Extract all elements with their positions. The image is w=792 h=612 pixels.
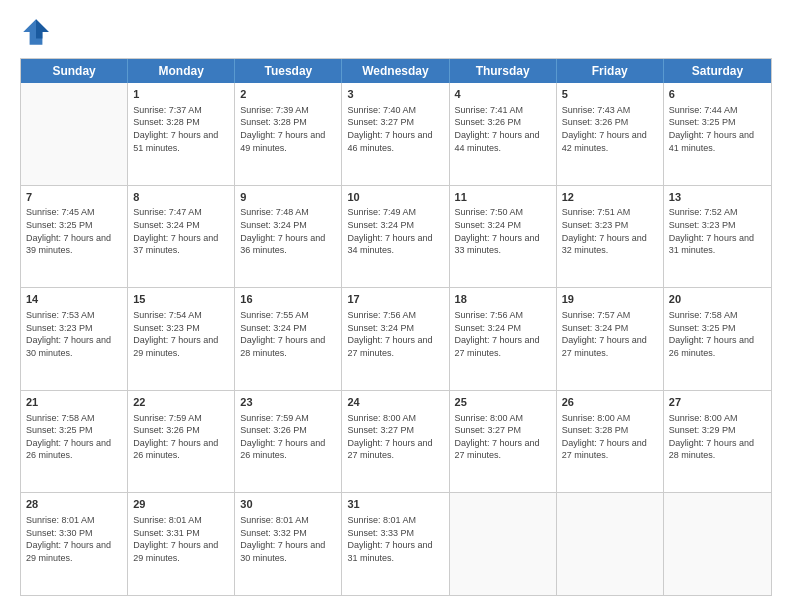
day-number: 13 <box>669 190 766 205</box>
cell-info: Sunrise: 7:49 AMSunset: 3:24 PMDaylight:… <box>347 206 443 256</box>
sunrise-text: Sunrise: 8:00 AM <box>347 413 416 423</box>
day-cell-7: 7Sunrise: 7:45 AMSunset: 3:25 PMDaylight… <box>21 186 128 288</box>
day-number: 18 <box>455 292 551 307</box>
sunrise-text: Sunrise: 7:58 AM <box>669 310 738 320</box>
empty-cell <box>664 493 771 595</box>
day-cell-2: 2Sunrise: 7:39 AMSunset: 3:28 PMDaylight… <box>235 83 342 185</box>
sunrise-text: Sunrise: 7:55 AM <box>240 310 309 320</box>
daylight-text: Daylight: 7 hours and 37 minutes. <box>133 233 218 256</box>
cell-info: Sunrise: 7:40 AMSunset: 3:27 PMDaylight:… <box>347 104 443 154</box>
day-cell-28: 28Sunrise: 8:01 AMSunset: 3:30 PMDayligh… <box>21 493 128 595</box>
day-cell-6: 6Sunrise: 7:44 AMSunset: 3:25 PMDaylight… <box>664 83 771 185</box>
day-cell-11: 11Sunrise: 7:50 AMSunset: 3:24 PMDayligh… <box>450 186 557 288</box>
day-number: 21 <box>26 395 122 410</box>
daylight-text: Daylight: 7 hours and 28 minutes. <box>669 438 754 461</box>
sunset-text: Sunset: 3:29 PM <box>669 425 736 435</box>
sunset-text: Sunset: 3:26 PM <box>133 425 200 435</box>
sunset-text: Sunset: 3:28 PM <box>240 117 307 127</box>
cell-info: Sunrise: 8:01 AMSunset: 3:30 PMDaylight:… <box>26 514 122 564</box>
day-cell-20: 20Sunrise: 7:58 AMSunset: 3:25 PMDayligh… <box>664 288 771 390</box>
cell-info: Sunrise: 7:43 AMSunset: 3:26 PMDaylight:… <box>562 104 658 154</box>
daylight-text: Daylight: 7 hours and 26 minutes. <box>240 438 325 461</box>
cell-info: Sunrise: 7:57 AMSunset: 3:24 PMDaylight:… <box>562 309 658 359</box>
sunrise-text: Sunrise: 7:59 AM <box>133 413 202 423</box>
day-number: 23 <box>240 395 336 410</box>
daylight-text: Daylight: 7 hours and 44 minutes. <box>455 130 540 153</box>
sunrise-text: Sunrise: 7:41 AM <box>455 105 524 115</box>
calendar: SundayMondayTuesdayWednesdayThursdayFrid… <box>20 58 772 596</box>
day-number: 31 <box>347 497 443 512</box>
day-number: 22 <box>133 395 229 410</box>
sunrise-text: Sunrise: 7:57 AM <box>562 310 631 320</box>
calendar-header: SundayMondayTuesdayWednesdayThursdayFrid… <box>21 59 771 83</box>
sunrise-text: Sunrise: 7:49 AM <box>347 207 416 217</box>
day-number: 2 <box>240 87 336 102</box>
sunrise-text: Sunrise: 7:58 AM <box>26 413 95 423</box>
day-cell-26: 26Sunrise: 8:00 AMSunset: 3:28 PMDayligh… <box>557 391 664 493</box>
cell-info: Sunrise: 8:01 AMSunset: 3:31 PMDaylight:… <box>133 514 229 564</box>
cell-info: Sunrise: 8:00 AMSunset: 3:27 PMDaylight:… <box>347 412 443 462</box>
daylight-text: Daylight: 7 hours and 26 minutes. <box>133 438 218 461</box>
day-cell-9: 9Sunrise: 7:48 AMSunset: 3:24 PMDaylight… <box>235 186 342 288</box>
day-cell-23: 23Sunrise: 7:59 AMSunset: 3:26 PMDayligh… <box>235 391 342 493</box>
sunset-text: Sunset: 3:27 PM <box>455 425 522 435</box>
cell-info: Sunrise: 7:59 AMSunset: 3:26 PMDaylight:… <box>133 412 229 462</box>
sunset-text: Sunset: 3:24 PM <box>562 323 629 333</box>
sunrise-text: Sunrise: 7:56 AM <box>347 310 416 320</box>
day-cell-5: 5Sunrise: 7:43 AMSunset: 3:26 PMDaylight… <box>557 83 664 185</box>
sunrise-text: Sunrise: 7:59 AM <box>240 413 309 423</box>
sunrise-text: Sunrise: 7:53 AM <box>26 310 95 320</box>
calendar-week-2: 7Sunrise: 7:45 AMSunset: 3:25 PMDaylight… <box>21 186 771 289</box>
sunset-text: Sunset: 3:24 PM <box>240 220 307 230</box>
day-cell-30: 30Sunrise: 8:01 AMSunset: 3:32 PMDayligh… <box>235 493 342 595</box>
sunrise-text: Sunrise: 8:00 AM <box>562 413 631 423</box>
calendar-body: 1Sunrise: 7:37 AMSunset: 3:28 PMDaylight… <box>21 83 771 595</box>
daylight-text: Daylight: 7 hours and 28 minutes. <box>240 335 325 358</box>
day-number: 26 <box>562 395 658 410</box>
daylight-text: Daylight: 7 hours and 27 minutes. <box>562 335 647 358</box>
sunrise-text: Sunrise: 8:00 AM <box>669 413 738 423</box>
cell-info: Sunrise: 7:51 AMSunset: 3:23 PMDaylight:… <box>562 206 658 256</box>
daylight-text: Daylight: 7 hours and 32 minutes. <box>562 233 647 256</box>
page: SundayMondayTuesdayWednesdayThursdayFrid… <box>0 0 792 612</box>
cell-info: Sunrise: 8:01 AMSunset: 3:32 PMDaylight:… <box>240 514 336 564</box>
day-number: 28 <box>26 497 122 512</box>
day-number: 9 <box>240 190 336 205</box>
cell-info: Sunrise: 7:39 AMSunset: 3:28 PMDaylight:… <box>240 104 336 154</box>
sunset-text: Sunset: 3:33 PM <box>347 528 414 538</box>
sunset-text: Sunset: 3:27 PM <box>347 425 414 435</box>
day-cell-12: 12Sunrise: 7:51 AMSunset: 3:23 PMDayligh… <box>557 186 664 288</box>
header-day-friday: Friday <box>557 59 664 83</box>
day-cell-15: 15Sunrise: 7:54 AMSunset: 3:23 PMDayligh… <box>128 288 235 390</box>
day-cell-10: 10Sunrise: 7:49 AMSunset: 3:24 PMDayligh… <box>342 186 449 288</box>
sunset-text: Sunset: 3:25 PM <box>669 117 736 127</box>
day-number: 3 <box>347 87 443 102</box>
day-number: 15 <box>133 292 229 307</box>
day-number: 12 <box>562 190 658 205</box>
day-number: 14 <box>26 292 122 307</box>
day-number: 25 <box>455 395 551 410</box>
sunrise-text: Sunrise: 7:56 AM <box>455 310 524 320</box>
daylight-text: Daylight: 7 hours and 30 minutes. <box>240 540 325 563</box>
sunset-text: Sunset: 3:24 PM <box>347 220 414 230</box>
day-cell-18: 18Sunrise: 7:56 AMSunset: 3:24 PMDayligh… <box>450 288 557 390</box>
sunset-text: Sunset: 3:28 PM <box>562 425 629 435</box>
sunset-text: Sunset: 3:25 PM <box>26 220 93 230</box>
cell-info: Sunrise: 7:44 AMSunset: 3:25 PMDaylight:… <box>669 104 766 154</box>
sunrise-text: Sunrise: 7:45 AM <box>26 207 95 217</box>
day-number: 5 <box>562 87 658 102</box>
sunset-text: Sunset: 3:24 PM <box>133 220 200 230</box>
sunset-text: Sunset: 3:31 PM <box>133 528 200 538</box>
calendar-week-4: 21Sunrise: 7:58 AMSunset: 3:25 PMDayligh… <box>21 391 771 494</box>
logo <box>20 16 56 48</box>
day-cell-1: 1Sunrise: 7:37 AMSunset: 3:28 PMDaylight… <box>128 83 235 185</box>
day-cell-27: 27Sunrise: 8:00 AMSunset: 3:29 PMDayligh… <box>664 391 771 493</box>
sunrise-text: Sunrise: 7:50 AM <box>455 207 524 217</box>
day-cell-13: 13Sunrise: 7:52 AMSunset: 3:23 PMDayligh… <box>664 186 771 288</box>
day-number: 8 <box>133 190 229 205</box>
day-number: 19 <box>562 292 658 307</box>
sunset-text: Sunset: 3:23 PM <box>562 220 629 230</box>
sunset-text: Sunset: 3:23 PM <box>26 323 93 333</box>
header-day-wednesday: Wednesday <box>342 59 449 83</box>
daylight-text: Daylight: 7 hours and 29 minutes. <box>26 540 111 563</box>
